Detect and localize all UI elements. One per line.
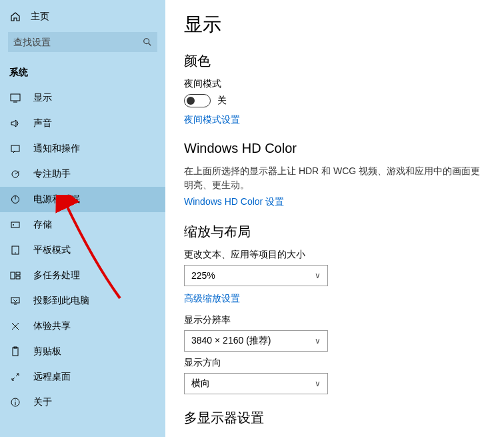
sidebar-item-sound[interactable]: 声音 — [0, 111, 165, 136]
night-mode-settings-link[interactable]: 夜间模式设置 — [184, 114, 240, 126]
clipboard-icon — [9, 346, 21, 358]
orientation-select[interactable]: 横向 ∨ — [184, 373, 328, 394]
sidebar-item-label: 专注助手 — [33, 168, 71, 180]
sidebar-item-label: 剪贴板 — [33, 346, 61, 358]
color-heading: 颜色 — [184, 52, 488, 70]
hd-color-desc: 在上面所选择的显示器上让 HDR 和 WCG 视频、游戏和应用中的画面更明亮、更… — [184, 164, 488, 192]
home-nav[interactable]: 主页 — [0, 5, 165, 28]
search-input[interactable] — [8, 32, 157, 52]
sidebar-item-multitask[interactable]: 多任务处理 — [0, 263, 165, 288]
tablet-icon — [9, 244, 21, 256]
sidebar-item-clipboard[interactable]: 剪贴板 — [0, 339, 165, 364]
sidebar-item-label: 平板模式 — [33, 244, 71, 256]
svg-rect-15 — [11, 298, 19, 303]
sidebar-item-label: 远程桌面 — [33, 371, 71, 383]
text-size-select[interactable]: 225% ∨ — [184, 265, 328, 286]
sidebar-item-focus[interactable]: 专注助手 — [0, 161, 165, 187]
search-container — [8, 32, 157, 52]
hd-color-link[interactable]: Windows HD Color 设置 — [184, 196, 284, 208]
notifications-icon — [9, 143, 21, 155]
sound-icon — [9, 117, 21, 129]
about-icon — [9, 396, 21, 408]
sidebar-item-label: 体验共享 — [33, 320, 71, 332]
scale-heading: 缩放与布局 — [184, 223, 488, 241]
chevron-down-icon: ∨ — [315, 271, 321, 280]
sidebar-item-label: 存储 — [33, 219, 52, 231]
project-icon — [9, 295, 21, 307]
sidebar-item-storage[interactable]: 存储 — [0, 212, 165, 238]
advanced-scale-link[interactable]: 高级缩放设置 — [184, 293, 240, 305]
resolution-value: 3840 × 2160 (推荐) — [191, 335, 271, 347]
sidebar-item-tablet[interactable]: 平板模式 — [0, 238, 165, 263]
sidebar-item-label: 关于 — [33, 396, 52, 408]
shared-icon — [9, 320, 21, 332]
svg-rect-18 — [13, 348, 18, 356]
orientation-value: 横向 — [191, 378, 210, 390]
sidebar-item-label: 通知和操作 — [33, 143, 80, 155]
chevron-down-icon: ∨ — [315, 336, 321, 346]
svg-rect-12 — [11, 272, 15, 279]
sidebar-item-shared[interactable]: 体验共享 — [0, 314, 165, 339]
hd-color-heading: Windows HD Color — [184, 141, 488, 156]
sidebar-section-title: 系统 — [0, 61, 165, 85]
search-icon — [143, 37, 152, 47]
sidebar-item-notifications[interactable]: 通知和操作 — [0, 136, 165, 161]
sidebar-item-power[interactable]: 电源和睡眠 — [0, 187, 165, 212]
focus-icon — [9, 168, 21, 180]
text-size-value: 225% — [191, 270, 215, 281]
settings-sidebar: 主页 系统 显示 声音 通知和操作 专注助手 电源和睡眠 存储 平板模式 多任务… — [0, 0, 165, 437]
display-icon — [9, 92, 21, 104]
chevron-down-icon: ∨ — [315, 379, 321, 388]
multi-display-heading: 多显示器设置 — [184, 409, 488, 427]
power-icon — [9, 193, 21, 205]
text-size-label: 更改文本、应用等项目的大小 — [184, 249, 488, 261]
svg-point-22 — [15, 400, 16, 401]
main-content: 显示 颜色 夜间模式 关 夜间模式设置 Windows HD Color 在上面… — [165, 0, 504, 437]
resolution-select[interactable]: 3840 × 2160 (推荐) ∨ — [184, 330, 328, 352]
sidebar-item-label: 电源和睡眠 — [33, 193, 80, 205]
svg-rect-8 — [11, 222, 19, 228]
orientation-label: 显示方向 — [184, 357, 488, 369]
sidebar-item-remote[interactable]: 远程桌面 — [0, 364, 165, 390]
sidebar-item-about[interactable]: 关于 — [0, 390, 165, 415]
svg-rect-2 — [11, 94, 20, 101]
remote-icon — [9, 371, 21, 383]
svg-point-0 — [144, 39, 149, 44]
home-icon — [9, 11, 21, 23]
svg-point-9 — [13, 224, 14, 226]
sidebar-item-label: 显示 — [33, 92, 52, 104]
night-mode-label: 夜间模式 — [184, 78, 488, 90]
svg-rect-4 — [11, 145, 19, 151]
sidebar-item-project[interactable]: 投影到此电脑 — [0, 288, 165, 314]
sidebar-item-label: 多任务处理 — [33, 270, 80, 282]
svg-rect-14 — [16, 276, 20, 279]
night-mode-toggle[interactable] — [184, 94, 211, 107]
toggle-state-label: 关 — [217, 95, 227, 107]
home-label: 主页 — [31, 11, 49, 23]
sidebar-item-label: 声音 — [33, 117, 52, 129]
svg-point-11 — [15, 252, 16, 254]
toggle-knob — [187, 97, 195, 105]
sidebar-item-display[interactable]: 显示 — [0, 85, 165, 111]
page-title: 显示 — [184, 12, 488, 37]
multitask-icon — [9, 270, 21, 282]
svg-rect-13 — [16, 272, 20, 275]
sidebar-item-label: 投影到此电脑 — [33, 295, 89, 307]
resolution-label: 显示分辨率 — [184, 314, 488, 326]
storage-icon — [9, 219, 21, 231]
svg-line-1 — [149, 43, 151, 46]
